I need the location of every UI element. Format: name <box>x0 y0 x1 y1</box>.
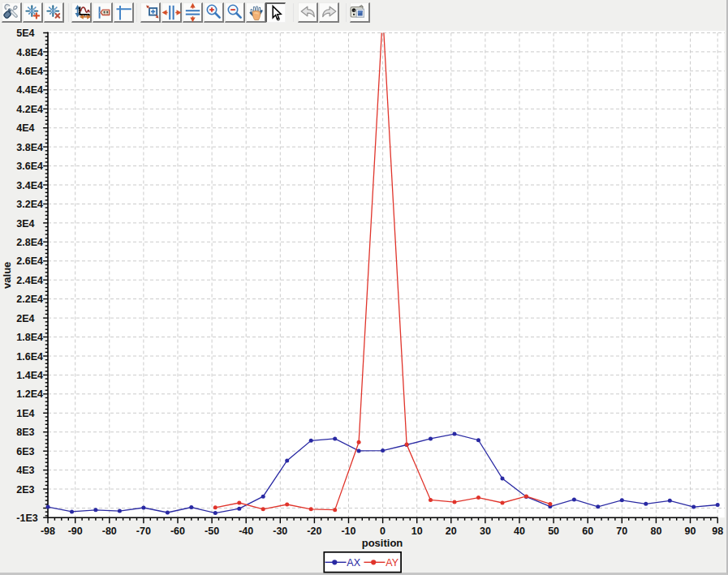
svg-text:2.4E4: 2.4E4 <box>16 275 43 286</box>
svg-text:4.4E4: 4.4E4 <box>16 84 43 96</box>
svg-text:2E4: 2E4 <box>16 313 34 324</box>
svg-text:-50: -50 <box>205 526 219 537</box>
svg-text:position: position <box>362 537 403 549</box>
svg-text:30: 30 <box>480 526 491 537</box>
svg-text:-60: -60 <box>170 526 185 537</box>
svg-text:-10: -10 <box>341 526 355 537</box>
svg-text:4E4: 4E4 <box>16 122 34 134</box>
svg-text:98: 98 <box>712 526 723 537</box>
svg-text:1.4E4: 1.4E4 <box>16 370 43 381</box>
svg-text:5E4: 5E4 <box>16 28 34 39</box>
svg-text:70: 70 <box>616 526 627 537</box>
svg-text:4.8E4: 4.8E4 <box>16 47 43 58</box>
svg-text:-20: -20 <box>307 526 321 537</box>
svg-text:AY: AY <box>386 557 398 569</box>
svg-text:4.6E4: 4.6E4 <box>16 66 43 77</box>
svg-text:2E3: 2E3 <box>16 484 34 496</box>
svg-text:8E3: 8E3 <box>16 427 34 438</box>
svg-text:3.2E4: 3.2E4 <box>16 199 43 210</box>
svg-text:-80: -80 <box>102 526 117 537</box>
svg-text:3.6E4: 3.6E4 <box>16 161 43 172</box>
svg-text:1E4: 1E4 <box>16 408 34 419</box>
svg-text:1.6E4: 1.6E4 <box>16 351 43 363</box>
svg-text:value: value <box>1 262 13 289</box>
svg-text:AX: AX <box>347 557 360 569</box>
svg-text:4.2E4: 4.2E4 <box>16 104 43 115</box>
svg-text:-40: -40 <box>239 526 253 537</box>
svg-text:2.6E4: 2.6E4 <box>16 255 43 267</box>
svg-text:50: 50 <box>548 526 559 537</box>
svg-text:0: 0 <box>380 526 386 537</box>
svg-text:1.2E4: 1.2E4 <box>16 388 43 400</box>
svg-text:80: 80 <box>650 526 661 537</box>
svg-text:-30: -30 <box>273 526 287 537</box>
svg-text:4E3: 4E3 <box>16 465 34 476</box>
svg-text:1.8E4: 1.8E4 <box>16 332 43 343</box>
svg-text:3.8E4: 3.8E4 <box>16 142 43 153</box>
svg-text:90: 90 <box>685 526 696 537</box>
svg-text:40: 40 <box>514 526 525 537</box>
svg-text:-1E3: -1E3 <box>16 513 37 524</box>
svg-text:6E3: 6E3 <box>16 446 34 457</box>
svg-text:2.8E4: 2.8E4 <box>16 237 43 248</box>
svg-text:20: 20 <box>446 526 457 537</box>
svg-text:-70: -70 <box>136 526 151 537</box>
svg-text:60: 60 <box>582 526 593 537</box>
svg-text:3.4E4: 3.4E4 <box>16 180 43 191</box>
svg-text:2.2E4: 2.2E4 <box>16 294 43 305</box>
svg-text:-90: -90 <box>68 526 83 537</box>
svg-text:10: 10 <box>411 526 423 537</box>
svg-text:3E4: 3E4 <box>16 218 34 230</box>
svg-text:-98: -98 <box>41 526 55 537</box>
